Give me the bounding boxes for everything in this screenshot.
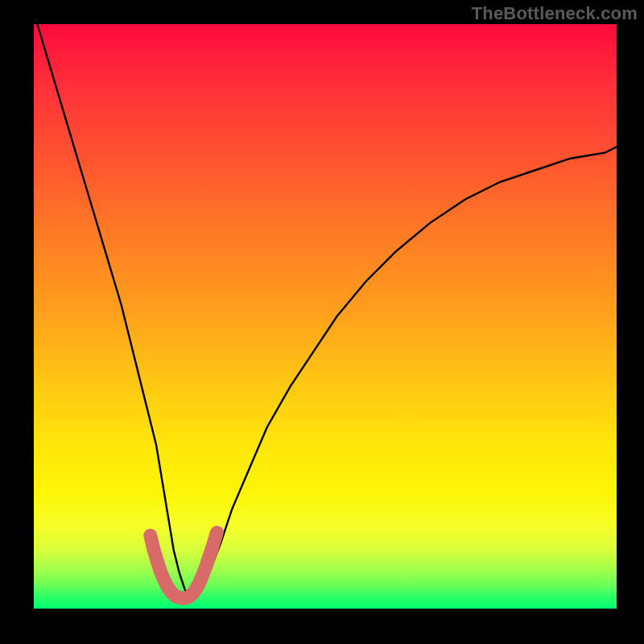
chart-stage: TheBottleneck.com: [0, 0, 644, 644]
watermark-text: TheBottleneck.com: [472, 3, 638, 24]
bottleneck-curve: [34, 12, 617, 597]
curve-layer: [34, 12, 617, 597]
plot-area: [34, 24, 617, 609]
chart-svg: [34, 24, 617, 609]
